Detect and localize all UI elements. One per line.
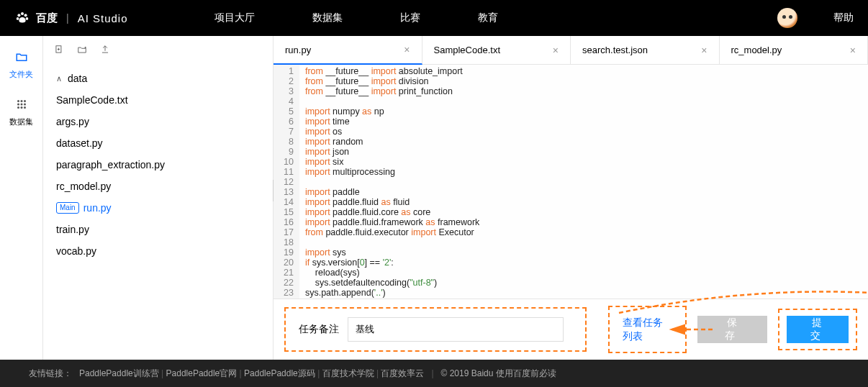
tree-item[interactable]: rc_model.py — [43, 176, 273, 197]
nav-competitions[interactable]: 比赛 — [400, 12, 420, 24]
rail-files[interactable]: 文件夹 — [0, 50, 42, 80]
tree-item[interactable]: SampleCode.txt — [43, 89, 273, 111]
avatar[interactable] — [777, 8, 797, 28]
tree-item-label: vocab.py — [56, 245, 96, 257]
svg-point-1 — [21, 12, 24, 15]
footer-copyright: © 2019 Baidu 使用百度前必读 — [441, 368, 556, 380]
file-toolbar — [43, 36, 273, 63]
left-rail: 文件夹 数据集 — [0, 36, 43, 360]
upload-icon[interactable] — [100, 45, 110, 55]
close-icon[interactable]: × — [553, 45, 559, 56]
brand-sep: | — [66, 12, 69, 24]
folder-icon — [15, 50, 28, 63]
tree-item[interactable]: train.py — [43, 219, 273, 240]
svg-point-12 — [20, 106, 22, 109]
save-button[interactable]: 保存 — [697, 316, 767, 343]
tab-label: run.py — [285, 45, 311, 55]
svg-point-9 — [20, 104, 22, 106]
help-link[interactable]: 帮助 — [833, 12, 854, 24]
footer-leading: 友情链接： — [29, 368, 72, 380]
top-header: 百度 | AI Studio 项目大厅 数据集 比赛 教育 帮助 — [0, 0, 868, 36]
submit-button[interactable]: 提交 — [787, 316, 849, 343]
editor-tab[interactable]: search.test.json× — [571, 36, 720, 64]
view-tasks-box: 查看任务列表 — [608, 306, 687, 353]
tree-item[interactable]: paragraph_extraction.py — [43, 154, 273, 176]
nav-projects[interactable]: 项目大厅 — [214, 12, 255, 24]
line-gutter: 123456789101112131415161718192021222324 — [273, 65, 299, 299]
rail-files-label: 文件夹 — [9, 69, 33, 80]
folder-name: data — [68, 73, 87, 84]
editor: ◀ run.py×SampleCode.txt×search.test.json… — [273, 36, 868, 360]
footer-link[interactable]: PaddlePaddle官网 — [166, 368, 238, 378]
submit-box: 提交 — [778, 309, 857, 350]
main-badge: Main — [56, 202, 79, 214]
remark-input[interactable] — [348, 317, 564, 342]
svg-point-2 — [24, 14, 27, 17]
svg-point-5 — [17, 100, 19, 102]
remark-box: 任务备注 — [284, 307, 587, 352]
tree-item[interactable]: vocab.py — [43, 240, 273, 262]
svg-point-0 — [17, 14, 20, 17]
code-content[interactable]: from __future__ import absolute_importfr… — [299, 65, 485, 299]
svg-point-3 — [17, 17, 19, 20]
tree-item-label: SampleCode.txt — [56, 94, 128, 106]
chevron-icon: ∧ — [56, 74, 62, 83]
main: 文件夹 数据集 ∧ data SampleCode.txtargs.pydata… — [0, 36, 868, 360]
new-file-icon[interactable] — [54, 45, 64, 55]
svg-point-11 — [17, 106, 19, 109]
tree-folder-data[interactable]: ∧ data — [43, 68, 273, 89]
editor-tab[interactable]: run.py× — [273, 36, 422, 65]
footer: 友情链接： PaddlePaddle训练营 | PaddlePaddle官网 |… — [0, 360, 868, 387]
close-icon[interactable]: × — [701, 45, 707, 56]
file-panel: ∧ data SampleCode.txtargs.pydataset.pypa… — [43, 36, 273, 360]
grid-icon — [15, 98, 28, 111]
tree-item[interactable]: dataset.py — [43, 132, 273, 154]
tree-item-label: args.py — [56, 116, 89, 127]
remark-label: 任务备注 — [299, 323, 339, 336]
svg-point-6 — [20, 100, 22, 102]
footer-link[interactable]: PaddlePaddle训练营 — [79, 368, 159, 378]
action-bar: 任务备注 查看任务列表 保存 提交 — [273, 299, 868, 360]
nav-datasets[interactable]: 数据集 — [312, 12, 343, 24]
paw-icon — [14, 10, 30, 26]
editor-tabs: run.py×SampleCode.txt×search.test.json×r… — [273, 36, 868, 65]
svg-point-13 — [24, 106, 26, 109]
editor-tab[interactable]: SampleCode.txt× — [422, 36, 571, 64]
top-nav: 项目大厅 数据集 比赛 教育 — [214, 12, 498, 24]
tab-label: SampleCode.txt — [434, 45, 501, 55]
tree-item[interactable]: Mainrun.py — [43, 197, 273, 219]
view-tasks-link[interactable]: 查看任务列表 — [623, 317, 663, 342]
svg-point-4 — [26, 17, 29, 20]
svg-point-8 — [17, 104, 19, 106]
footer-link[interactable]: PaddlePaddle源码 — [244, 368, 315, 378]
tree-item-label: train.py — [56, 224, 89, 235]
code-area[interactable]: 123456789101112131415161718192021222324 … — [273, 65, 868, 299]
file-tree: ∧ data SampleCode.txtargs.pydataset.pypa… — [43, 63, 273, 360]
close-icon[interactable]: × — [404, 44, 410, 55]
tab-label: search.test.json — [582, 45, 648, 55]
editor-tab[interactable]: rc_model.py× — [720, 36, 869, 64]
tree-item[interactable]: args.py — [43, 111, 273, 132]
new-folder-icon[interactable] — [77, 45, 87, 55]
tree-item-label: dataset.py — [56, 137, 103, 149]
tab-label: rc_model.py — [731, 45, 782, 55]
svg-point-7 — [24, 100, 26, 102]
rail-dataset[interactable]: 数据集 — [0, 98, 42, 127]
studio-text: AI Studio — [78, 12, 128, 24]
brand-logo[interactable]: 百度 | AI Studio — [14, 10, 128, 26]
tree-item-label: rc_model.py — [56, 181, 111, 192]
rail-dataset-label: 数据集 — [9, 117, 33, 127]
nav-education[interactable]: 教育 — [478, 12, 498, 24]
brand-text: 百度 — [36, 12, 58, 25]
tree-item-label: run.py — [83, 202, 112, 214]
tree-item-label: paragraph_extraction.py — [56, 159, 165, 170]
svg-point-10 — [24, 104, 26, 106]
footer-link[interactable]: 百度技术学院 — [322, 368, 374, 378]
close-icon[interactable]: × — [850, 45, 856, 56]
footer-link[interactable]: 百度效率云 — [381, 368, 424, 378]
